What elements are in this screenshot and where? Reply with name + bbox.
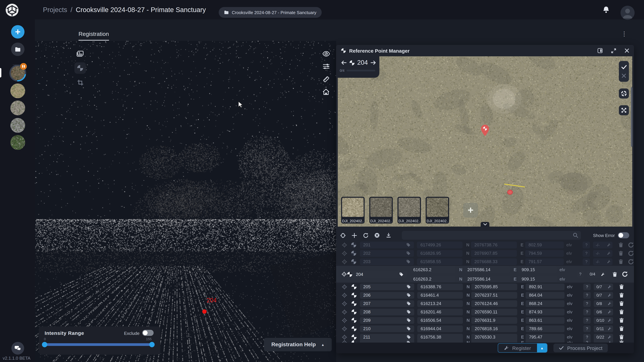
row-northing-field[interactable]: 2076907.85 [471,250,517,257]
photo-thumb-card[interactable]: DJI_202402... [341,197,364,224]
row-easting-field[interactable]: 616201.46 [417,309,463,315]
wrench-icon[interactable] [607,243,611,247]
wrench-icon[interactable] [608,285,612,289]
tag-icon[interactable] [399,272,404,276]
unknown-button[interactable]: ? [576,271,584,278]
project-thumbnail-2[interactable] [10,83,25,98]
wrench-icon[interactable] [601,272,605,276]
dock-panel-icon[interactable] [598,48,603,53]
kebab-menu-button[interactable]: ⋮ [621,30,627,37]
app-logo-icon[interactable] [5,3,19,17]
row-northing-field[interactable]: 2075586.14 [464,266,510,273]
display-settings-button[interactable] [322,62,330,70]
tag-icon[interactable] [406,259,411,264]
reject-x-icon[interactable] [622,73,626,78]
reset-button[interactable] [622,271,628,277]
unknown-button[interactable]: ? [583,325,591,332]
photo-thumb-card[interactable]: DJI_202402... [369,197,393,224]
row-easting-field[interactable]: 616461.4 [417,292,463,299]
tag-icon[interactable] [406,251,411,255]
user-avatar[interactable] [620,6,634,20]
row-easting-field[interactable]: 616263.2 [410,276,456,282]
row-easting-field[interactable]: 615858.55 [417,258,462,265]
visibility-eye-button[interactable] [322,50,330,58]
row-id-field[interactable]: 205 [360,283,414,290]
wrench-icon[interactable] [608,335,612,339]
pointcloud-viewer[interactable]: 204 Intensity Range Exclude 0 155 Regist… [35,41,336,362]
register-dropdown-button[interactable]: ▲ [537,344,547,352]
add-photo-button[interactable]: + [463,203,478,218]
photo-thumb-card[interactable]: DJI_202402... [426,197,449,224]
unknown-button[interactable]: ? [583,292,591,299]
add-project-button[interactable]: + [11,25,24,38]
photos-panel-button[interactable] [76,50,84,58]
row-easting-field[interactable]: 616826.95 [417,250,462,257]
table-row[interactable]: 208616201.46N2076590.11E874.93elv?0/6 [336,308,634,316]
project-thumbnail-3[interactable] [10,100,25,115]
row-easting-field[interactable]: 616388.76 [417,283,463,290]
row-elevation-field[interactable]: 868.24 [526,300,564,307]
measure-ruler-button[interactable] [322,75,330,83]
prev-point-arrow-icon[interactable] [341,60,347,65]
row-northing-field[interactable]: 2076237.51 [472,292,518,299]
row-easting-field[interactable]: 616213.24 [417,300,463,307]
clear-points-button[interactable] [374,232,380,239]
unknown-button[interactable]: ? [583,317,591,324]
breadcrumb-projects-link[interactable]: Projects [43,6,67,13]
delete-button[interactable] [618,242,624,247]
row-id-field[interactable]: 201 [360,242,414,248]
tag-icon[interactable] [406,318,411,323]
delete-button[interactable] [618,318,624,323]
row-id-field[interactable]: 204 [352,271,407,278]
row-elevation-field[interactable]: 909.15 [518,276,557,282]
wrench-icon[interactable] [607,251,611,255]
tag-icon[interactable] [406,285,411,289]
delete-button[interactable] [618,284,624,289]
row-id-field[interactable]: 206 [360,292,414,299]
photo-thumb-image[interactable] [427,198,448,217]
delete-button[interactable] [618,259,624,264]
exclude-toggle[interactable] [142,330,154,336]
wrench-icon[interactable] [608,293,612,297]
row-easting-field[interactable]: 616263.2 [410,266,456,273]
table-row-selected[interactable]: 204616263.2N2075586.14E909.15elv616263.2… [336,266,634,283]
row-elevation-field[interactable]: 802.59 [525,242,564,248]
tag-icon[interactable] [406,327,411,331]
add-point-target-button[interactable] [340,232,346,239]
tag-icon[interactable] [406,243,411,247]
tag-icon[interactable] [406,293,411,297]
unknown-button[interactable]: ? [583,309,591,315]
expand-panel-icon[interactable] [611,48,616,53]
photo-thumb-image[interactable] [342,198,364,217]
row-elevation-field[interactable]: 864.04 [526,292,564,299]
auto-detect-button[interactable]: A [619,88,629,98]
undo-button[interactable] [362,232,369,239]
wrench-icon[interactable] [608,302,612,305]
row-elevation-field[interactable]: 863.61 [526,317,564,324]
close-panel-icon[interactable] [624,48,629,53]
slider-handle-min[interactable] [42,342,47,347]
wrench-icon[interactable] [608,327,612,331]
photo-thumb-image[interactable] [370,198,392,217]
table-row[interactable]: 203615858.55N2076688.33E791.57elv?-/- [336,257,634,266]
delete-button[interactable] [618,335,624,340]
project-chip[interactable]: Crooksville 2024-08-27 - Primate Sanctua… [219,7,322,18]
reset-button[interactable] [628,259,634,265]
row-northing-field[interactable]: 2076124.46 [472,300,518,307]
pointcloud-canvas[interactable] [35,41,336,362]
row-id-field[interactable]: 202 [360,250,414,257]
slider-handle-max[interactable] [149,342,155,347]
row-northing-field[interactable]: 2076818.16 [472,325,518,332]
import-points-button[interactable] [385,232,392,239]
add-point-button[interactable] [351,232,358,239]
unknown-button[interactable]: ? [583,300,591,307]
projects-folder-button[interactable] [11,42,24,56]
row-northing-field[interactable]: 2076738.76 [471,242,517,248]
intensity-range-slider[interactable] [44,343,153,346]
table-row[interactable]: 201617499.26N2076738.76E802.59elv?-/- [336,241,634,249]
table-row[interactable]: 205616388.76N2075595.85E892.91elv?0/7 [336,283,634,291]
row-northing-field[interactable]: 2076631.9 [472,317,518,324]
delete-button[interactable] [618,309,624,314]
fullscreen-button[interactable] [619,105,629,115]
row-easting-field[interactable]: 616506.54 [417,317,463,324]
